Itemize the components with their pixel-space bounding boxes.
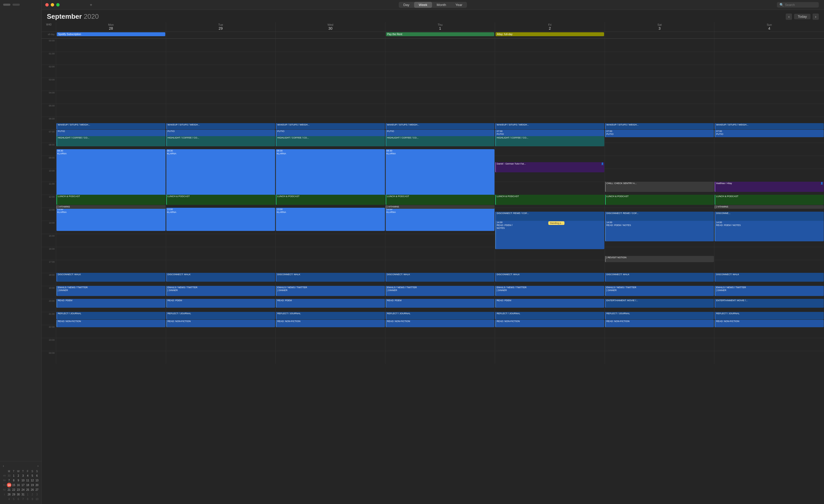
calendar-event[interactable]: REFLECT / JOURNAL xyxy=(386,312,495,319)
mini-cal-date[interactable]: 27 xyxy=(35,487,39,492)
calendar-event[interactable]: EMAILS / NEWS / TWITTER | DINNER xyxy=(715,286,824,296)
calendar-event[interactable]: READ: NON-FICTION xyxy=(495,320,604,327)
calendar-event[interactable]: LUNCH & PODCAST xyxy=(495,195,604,205)
day-header-mon[interactable]: Mon28 xyxy=(56,22,166,31)
standing-popup[interactable]: Standing p... xyxy=(548,221,564,225)
search-input[interactable] xyxy=(785,3,816,7)
mini-cal-date[interactable]: 1 xyxy=(11,473,16,478)
day-header-tue[interactable]: Tue29 xyxy=(166,22,276,31)
mini-cal-date[interactable]: 30 xyxy=(7,473,11,478)
mini-cal-date[interactable]: 3 xyxy=(20,473,25,478)
mini-cal-date[interactable]: 30 xyxy=(16,492,21,497)
mini-cal-date[interactable]: 6 xyxy=(16,497,21,501)
calendar-event[interactable]: DISCONNE... xyxy=(715,212,824,222)
calendar-event[interactable]: READ: NON-FICTION xyxy=(386,320,495,327)
altay-fullday-event[interactable]: Altay: full-day xyxy=(496,32,604,36)
day-header-sat[interactable]: Sat3 xyxy=(605,22,714,31)
mini-cal-date[interactable]: 25 xyxy=(25,487,30,492)
calendar-event[interactable]: HIGHLIGHT / COFFEE / CO... xyxy=(57,136,166,146)
calendar-event[interactable]: EMAILS / NEWS / TWITTER | DINNER xyxy=(166,286,275,296)
maximize-button[interactable] xyxy=(56,3,60,6)
day-header-wed[interactable]: Wed30 xyxy=(275,22,385,31)
mini-cal-date[interactable]: 22 xyxy=(11,487,16,492)
replied-button[interactable] xyxy=(12,4,20,6)
day-header-fri[interactable]: Fri2 xyxy=(495,22,605,31)
rent-event[interactable]: Pay the Rent xyxy=(386,32,495,36)
minimize-button[interactable] xyxy=(51,3,54,6)
close-button[interactable] xyxy=(45,3,49,6)
calendar-event[interactable]: EMAILS / NEWS / TWITTER | DINNER xyxy=(276,286,385,296)
calendar-event[interactable]: 13:00 KLARNA xyxy=(166,208,275,231)
mini-cal-date[interactable]: 15 xyxy=(11,483,16,487)
calendar-event[interactable]: DISCONNECT: REWE / COF... xyxy=(605,212,714,222)
calendar-event[interactable]: REFLECT / JOURNAL xyxy=(605,312,714,319)
calendar-event[interactable]: | VITAMINS xyxy=(386,205,495,209)
day-column-5[interactable]: WAKEUP / SITUPS / WEIGH...07:00 PUTIOLUN… xyxy=(605,38,714,364)
mini-cal-next[interactable]: › xyxy=(37,464,39,468)
calendar-event[interactable]: LUNCH & PODCAST xyxy=(166,195,275,205)
calendar-event[interactable]: Daniel - German Tutor Fat... xyxy=(495,162,604,172)
calendar-event[interactable]: DISCONNECT: WALK xyxy=(166,273,275,282)
calendar-event[interactable]: REFLECT / JOURNAL xyxy=(276,312,385,319)
calendar-event[interactable]: DISCONNECT: WALK xyxy=(495,273,604,282)
calendar-event[interactable]: 13:00 KLARNA xyxy=(276,208,385,231)
mini-cal-date[interactable]: 8 xyxy=(11,478,16,483)
calendar-event[interactable]: DISCONNECT: WALK xyxy=(605,273,714,282)
day-column-4[interactable]: WAKEUP / SITUPS / WEIGH...07:00 PUTIOHIG… xyxy=(495,38,605,364)
calendar-event[interactable]: WAKEUP / SITUPS / WEIGH... xyxy=(57,123,166,129)
calendar-event[interactable]: CHILL: CHECK SENTRY A... xyxy=(605,182,714,192)
calendar-event[interactable]: Matthias / Altay xyxy=(715,182,824,192)
calendar-event[interactable]: | VITAMINS xyxy=(57,205,166,209)
calendar-event[interactable]: EMAILS / NEWS / TWITTER | DINNER xyxy=(386,286,495,296)
calendar-event[interactable]: DISCONNECT: WALK xyxy=(276,273,385,282)
mini-cal-date[interactable]: 7 xyxy=(20,497,25,501)
add-event-button[interactable]: + xyxy=(90,3,92,7)
view-year-button[interactable]: Year xyxy=(451,2,467,8)
mini-cal-date[interactable]: 9 xyxy=(16,478,21,483)
mini-cal-prev[interactable]: ‹ xyxy=(2,464,5,468)
calendar-event[interactable]: 14:00 READ: PDEM / NOTES xyxy=(715,221,824,241)
calendar-event[interactable]: READ: NON-FICTION xyxy=(276,320,385,327)
mini-cal-date[interactable]: 2 xyxy=(16,473,21,478)
calendar-event[interactable]: 14:00 READ: PDEM / NOTES xyxy=(495,221,604,249)
mini-cal-date[interactable]: 6 xyxy=(35,473,39,478)
mini-cal-date[interactable]: 14 xyxy=(7,483,11,487)
mini-cal-date[interactable]: 4 xyxy=(7,497,11,501)
calendar-event[interactable]: WAKEUP / SITUPS / WEIGH... xyxy=(495,123,604,129)
calendar-event[interactable]: REFLECT / JOURNAL xyxy=(57,312,166,319)
calendar-event[interactable]: HIGHLIGHT / COFFEE / CO... xyxy=(386,136,495,146)
calendar-event[interactable]: WAKEUP / SITUPS / WEIGH... xyxy=(605,123,714,129)
calendar-event[interactable]: 07:00 PUTIO xyxy=(605,130,714,137)
mini-cal-date[interactable]: 4 xyxy=(25,473,30,478)
mini-cal-date[interactable]: 20 xyxy=(35,483,39,487)
calendar-event[interactable]: READ: NON-FICTION xyxy=(57,320,166,327)
day-header-sun[interactable]: Sun4 xyxy=(714,22,824,31)
calendar-event[interactable]: EMAILS / NEWS / TWITTER | DINNER xyxy=(57,286,166,296)
calendar-event[interactable]: 07:00 PUTIO xyxy=(715,130,824,137)
calendar-event[interactable]: DISCONNECT: WALK xyxy=(386,273,495,282)
mini-cal-date[interactable]: 11 xyxy=(25,478,30,483)
calendar-event[interactable]: READ: PDEM xyxy=(57,299,166,308)
calendar-event[interactable]: WAKEUP / SITUPS / WEIGH... xyxy=(166,123,275,129)
calendar-event[interactable]: READ: NON-FICTION xyxy=(715,320,824,327)
mini-cal-date[interactable]: 21 xyxy=(7,487,11,492)
mini-cal-date[interactable]: 2 xyxy=(30,492,35,497)
calendar-event[interactable]: READ: PDEM xyxy=(276,299,385,308)
view-day-button[interactable]: Day xyxy=(399,2,414,8)
calendar-event[interactable]: READ: PDEM xyxy=(386,299,495,308)
calendar-event[interactable]: REFLECT / JOURNAL xyxy=(715,312,824,319)
day-column-0[interactable]: WAKEUP / SITUPS / WEIGH...PUTIOHIGHLIGHT… xyxy=(56,38,166,364)
calendar-event[interactable]: DISCONNECT: WALK xyxy=(57,273,166,282)
prev-week-button[interactable]: ‹ xyxy=(786,13,792,20)
today-button[interactable]: Today xyxy=(794,14,811,19)
calendar-event[interactable]: HIGHLIGHT / COFFEE / CO... xyxy=(276,136,385,146)
day-column-2[interactable]: WAKEUP / SITUPS / WEIGH...PUTIOHIGHLIGHT… xyxy=(275,38,385,364)
mini-cal-date[interactable]: 17 xyxy=(20,483,25,487)
calendar-event[interactable]: HIGHLIGHT / COFFEE / CO... xyxy=(495,136,604,146)
calendar-event[interactable]: READ: NON-FICTION xyxy=(605,320,714,327)
calendar-event[interactable]: REFLECT / JOURNAL xyxy=(495,312,604,319)
calendar-event[interactable]: LUNCH & PODCAST xyxy=(386,195,495,205)
calendar-event[interactable]: WAKEUP / SITUPS / WEIGH... xyxy=(386,123,495,129)
mini-cal-date[interactable]: 24 xyxy=(20,487,25,492)
calendar-event[interactable]: LUNCH & PODCAST xyxy=(715,195,824,205)
